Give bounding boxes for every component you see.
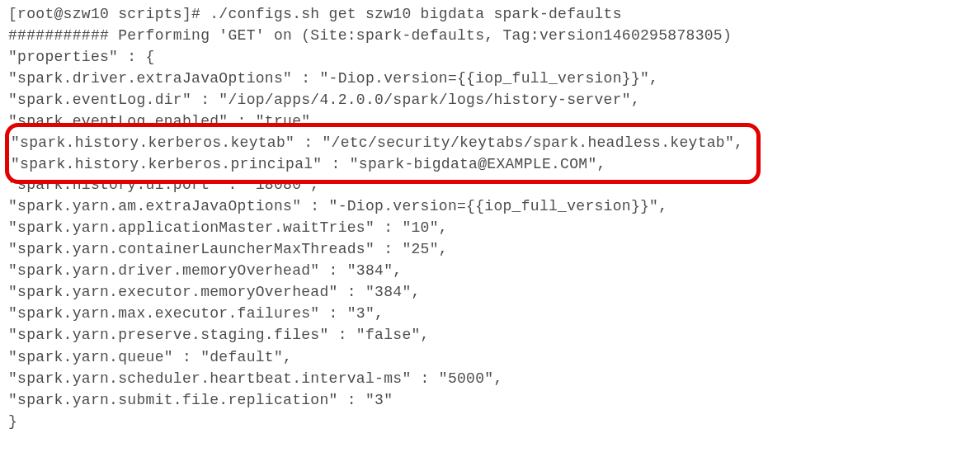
properties-open: "properties" : { [8,46,972,68]
highlighted-kerberos-props: "spark.history.kerberos.keytab" : "/etc/… [5,123,761,184]
terminal-prompt-line: [root@szw10 scripts]# ./configs.sh get s… [8,3,972,25]
prop-yarn-container-max: "spark.yarn.containerLauncherMaxThreads"… [8,238,972,260]
prop-yarn-am-extraJava: "spark.yarn.am.extraJavaOptions" : "-Dio… [8,195,972,217]
properties-close: } [8,411,972,432]
prop-yarn-submit-repl: "spark.yarn.submit.file.replication" : "… [8,389,972,411]
prop-yarn-preserve-staging: "spark.yarn.preserve.staging.files" : "f… [8,324,972,346]
prop-yarn-am-waitTries: "spark.yarn.applicationMaster.waitTries"… [8,217,972,238]
prop-history-kerberos-keytab: "spark.history.kerberos.keytab" : "/etc/… [9,132,756,153]
prop-yarn-max-exec-fail: "spark.yarn.max.executor.failures" : "3"… [8,303,972,324]
prop-history-kerberos-principal: "spark.history.kerberos.principal" : "sp… [9,153,756,175]
prop-yarn-sched-hb: "spark.yarn.scheduler.heartbeat.interval… [8,368,972,389]
prop-eventLog-dir: "spark.eventLog.dir" : "/iop/apps/4.2.0.… [8,89,972,111]
prop-yarn-driver-memOv: "spark.yarn.driver.memoryOverhead" : "38… [8,260,972,281]
prop-yarn-exec-memOv: "spark.yarn.executor.memoryOverhead" : "… [8,281,972,303]
prop-driver-extraJava: "spark.driver.extraJavaOptions" : "-Diop… [8,68,972,89]
terminal-status-line: ########### Performing 'GET' on (Site:sp… [8,25,972,46]
prop-yarn-queue: "spark.yarn.queue" : "default", [8,346,972,368]
